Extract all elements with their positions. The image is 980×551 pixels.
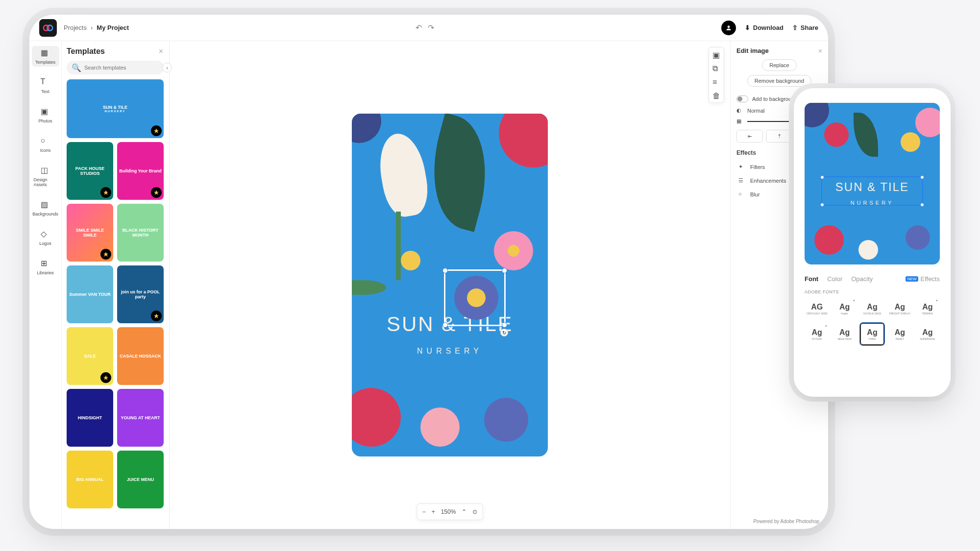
enhancements-icon: ☰ [738, 177, 745, 184]
breadcrumb-root[interactable]: Projects [64, 24, 87, 31]
image-icon[interactable]: ▣ [712, 50, 720, 58]
toggle-switch-icon [736, 96, 748, 102]
zoom-level[interactable]: 150% [441, 508, 456, 515]
template-card[interactable]: SMILE SMILE SMILE [67, 204, 113, 262]
handle-icon[interactable] [502, 322, 507, 328]
templates-title: Templates [67, 47, 164, 56]
fit-icon[interactable]: ⊙ [472, 508, 477, 515]
flower-shape [401, 251, 420, 270]
template-card[interactable]: SUN & TILENURSERY [67, 79, 164, 138]
blend-mode[interactable]: Normal [747, 108, 764, 114]
template-card[interactable]: HINDSIGHT [67, 389, 113, 447]
logos-icon: ◇ [41, 229, 50, 239]
share-icon: ⇧ [792, 24, 798, 31]
svg-point-2 [727, 25, 730, 28]
handle-icon[interactable] [502, 268, 507, 273]
zoom-in-icon[interactable]: + [432, 508, 435, 515]
flip-v-button[interactable]: ⇡ [766, 130, 792, 143]
selection-box[interactable]: ↻ [444, 269, 506, 326]
template-card[interactable]: BIG ANNUAL [67, 451, 113, 508]
phone-artboard[interactable]: SUN & TILE NURSERY [805, 103, 940, 264]
user-avatar[interactable] [721, 21, 736, 35]
zoom-out-icon[interactable]: − [422, 508, 426, 515]
tab-opacity[interactable]: Opacity [851, 275, 873, 283]
redo-icon[interactable]: ↷ [428, 23, 434, 32]
topbar: Projects › My Project ↶ ↷ ⬇Download ⇧Sha… [29, 15, 828, 41]
template-card[interactable]: SALE [67, 327, 113, 385]
fonts-section-label: ADOBE FONTS [805, 289, 940, 294]
rail-libraries[interactable]: ⊞Libraries [32, 257, 59, 277]
tab-color[interactable]: Color [827, 275, 842, 283]
font-card[interactable]: AgFUTURA✦ [805, 323, 829, 345]
leaf-shape [417, 114, 502, 232]
rail-logos[interactable]: ◇Logos [32, 227, 59, 248]
delete-icon[interactable]: 🗑 [712, 92, 720, 99]
rail-text[interactable]: TText [32, 75, 59, 96]
expand-icon[interactable]: › [162, 63, 172, 72]
search-input[interactable] [84, 65, 159, 71]
opacity-icon: ▦ [736, 118, 743, 125]
breadcrumb: Projects › My Project [64, 24, 129, 31]
remove-bg-button[interactable]: Remove background [747, 75, 812, 87]
duplicate-icon[interactable]: ⧉ [712, 64, 720, 72]
rail-backgrounds[interactable]: ▨Backgrounds [32, 198, 59, 218]
rotate-icon[interactable]: ↻ [500, 329, 508, 336]
layers-icon[interactable]: ≡ [712, 78, 720, 86]
template-card[interactable]: PACK HOUSE STUDIOS [67, 142, 113, 200]
premium-icon [151, 125, 162, 136]
font-card[interactable]: AgNEUE HAAS [832, 323, 857, 345]
flower-shape [352, 388, 401, 447]
download-button[interactable]: ⬇Download [745, 24, 784, 31]
canvas-subtitle[interactable]: NURSERY [352, 347, 548, 356]
template-card[interactable]: JUICE MENU [117, 451, 164, 508]
template-card[interactable]: YOUNG AT HEART [117, 389, 164, 447]
font-card[interactable]: AgFREIGHT DISPLAY [887, 297, 912, 320]
chevron-right-icon: › [91, 24, 93, 31]
premium-icon [100, 187, 111, 198]
handle-icon[interactable] [442, 322, 448, 328]
share-button[interactable]: ⇧Share [792, 24, 818, 31]
rail-templates[interactable]: ▦Templates [32, 46, 59, 67]
rail-icons[interactable]: ○Icons [32, 134, 59, 155]
rail-design-assets[interactable]: ◫Design Assets [32, 164, 59, 189]
fonts-grid: AGOBVIOUSLY WIDEAgKepler✦AgNOODLE SANSAg… [805, 297, 940, 345]
download-icon: ⬇ [745, 24, 750, 31]
flower-center [508, 245, 519, 257]
undo-icon[interactable]: ↶ [416, 23, 422, 32]
template-card[interactable]: join us for a POOL party [117, 265, 164, 323]
template-card[interactable]: Building Your Brand [117, 142, 164, 200]
rail-photos[interactable]: ▣Photos [32, 105, 59, 125]
tab-effects[interactable]: NEWEffects [906, 275, 940, 283]
close-icon[interactable]: × [818, 47, 822, 55]
font-card[interactable]: AgKepler✦ [832, 297, 857, 320]
artboard[interactable]: SUN & TILE NURSERY ↻ [352, 114, 548, 456]
phone-frame: SUN & TILE NURSERY Font Color Opacity NE… [794, 88, 951, 397]
template-card[interactable]: BLACK HISTORY MONTH [117, 204, 164, 262]
font-card[interactable]: AgRESET [887, 323, 912, 345]
flip-h-button[interactable]: ⇤ [736, 130, 763, 143]
phone-selection[interactable] [821, 176, 923, 206]
template-card[interactable]: Summer VAN TOUR [67, 265, 113, 323]
libraries-icon: ⊞ [41, 259, 50, 268]
search-box[interactable]: 🔍 [67, 61, 164, 74]
close-icon[interactable]: × [159, 47, 163, 56]
font-card[interactable]: AgTERMINA✦ [915, 297, 940, 320]
font-card[interactable]: AGOBVIOUSLY WIDE [805, 297, 829, 320]
backgrounds-icon: ▨ [41, 200, 50, 210]
filters-icon: ✦ [738, 164, 745, 170]
font-card[interactable]: AgSUPERWAVE [915, 323, 940, 345]
tab-font[interactable]: Font [805, 275, 818, 283]
breadcrumb-current[interactable]: My Project [97, 24, 129, 31]
replace-button[interactable]: Replace [762, 59, 796, 71]
photos-icon: ▣ [41, 107, 50, 117]
font-card[interactable]: AgTIMES [860, 323, 884, 345]
new-badge: NEW [906, 276, 919, 282]
chevron-up-icon[interactable]: ⌃ [462, 508, 466, 515]
powered-by: Powered by Adobe Photoshop [753, 519, 819, 524]
font-card[interactable]: AgNOODLE SANS [860, 297, 884, 320]
app-logo[interactable] [39, 19, 57, 37]
handle-icon[interactable] [442, 268, 448, 273]
left-rail: ▦TemplatesTText▣Photos○Icons◫Design Asse… [29, 41, 62, 529]
template-card[interactable]: CASALE HOSSACK [117, 327, 164, 385]
search-icon: 🔍 [72, 63, 81, 72]
